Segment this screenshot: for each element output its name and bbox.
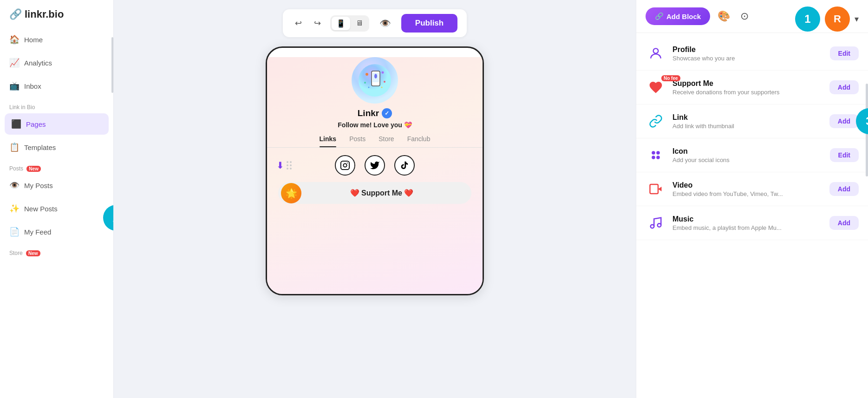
desktop-view-button[interactable]: 🖥	[351, 17, 368, 30]
sidebar-item-analytics-label: Analytics	[24, 59, 52, 67]
profile-block-info: Profile Showcase who you are	[672, 46, 823, 62]
svg-point-20	[651, 225, 654, 228]
phone-bio: Follow me! Love you 💝	[267, 121, 483, 129]
phone-inner: Linkr ✓ Follow me! Love you 💝 Links Post…	[267, 57, 483, 294]
templates-icon: 📋	[9, 142, 20, 152]
svg-point-11	[343, 163, 346, 167]
sidebar-scrollbar[interactable]	[111, 37, 113, 93]
step-1-badge[interactable]: 1	[795, 7, 820, 32]
svg-point-12	[347, 163, 348, 163]
verified-badge: ✓	[382, 108, 392, 118]
device-toggle-group: 📱 🖥	[330, 15, 369, 32]
analytics-icon: 📈	[9, 58, 20, 68]
download-icon: ⬇	[276, 160, 284, 171]
mobile-view-button[interactable]: 📱	[332, 17, 350, 30]
svg-point-9	[374, 74, 377, 78]
link-in-bio-label: Link in Bio	[0, 98, 113, 112]
phone-tab-store[interactable]: Store	[379, 135, 394, 146]
phone-tab-posts[interactable]: Posts	[349, 135, 365, 146]
support-me-label: ❤️ Support Me ❤️	[350, 189, 414, 197]
logo-text: linkr.bio	[25, 8, 64, 20]
add-block-icon: 🔗	[655, 12, 664, 20]
support-add-button[interactable]: Add	[829, 80, 859, 94]
profile-block-desc: Showcase who you are	[672, 55, 823, 62]
svg-point-6	[384, 81, 385, 83]
svg-point-16	[652, 156, 655, 159]
sidebar-item-pages-label: Pages	[26, 120, 46, 128]
sidebar-item-new-posts-label: New Posts	[24, 205, 58, 213]
phone-tab-fanclub[interactable]: Fanclub	[407, 135, 431, 146]
music-block-desc: Embed music, a playlist from Apple Mu...	[672, 224, 823, 231]
icon-block-icon	[646, 145, 666, 165]
add-block-button[interactable]: 🔗 Add Block	[646, 7, 710, 25]
svg-rect-18	[650, 184, 659, 194]
block-item-icon: Icon Add your social icons Edit	[636, 138, 868, 172]
undo-button[interactable]: ↩	[292, 16, 305, 30]
music-block-title: Music	[672, 215, 823, 223]
icon-edit-button[interactable]: Edit	[830, 148, 859, 162]
sidebar-item-inbox[interactable]: 📺 Inbox	[0, 74, 113, 98]
sidebar-item-templates[interactable]: 📋 Templates	[0, 136, 113, 159]
svg-point-3	[365, 73, 368, 76]
music-add-button[interactable]: Add	[829, 216, 859, 230]
twitter-icon[interactable]	[365, 155, 385, 176]
phone-social-icons: ⬇	[276, 155, 473, 176]
settings-circle-button[interactable]: ⊙	[737, 7, 751, 25]
link-add-button[interactable]: Add	[829, 114, 859, 128]
sidebar-item-my-posts-label: My Posts	[24, 182, 53, 189]
instagram-icon[interactable]	[335, 155, 355, 176]
svg-point-4	[382, 72, 384, 74]
main-area: ↩ ↪ 📱 🖥 👁️ Publish	[114, 0, 636, 398]
my-feed-icon: 📄	[9, 227, 20, 237]
video-add-button[interactable]: Add	[829, 182, 859, 196]
svg-point-13	[653, 48, 659, 53]
link-block-desc: Add link with thumbnail	[672, 123, 823, 130]
svg-rect-10	[341, 161, 349, 170]
music-block-icon	[646, 213, 666, 233]
chevron-down-button[interactable]: ▾	[855, 14, 859, 24]
preview-button[interactable]: 👁️	[376, 16, 395, 31]
music-block-info: Music Embed music, a playlist from Apple…	[672, 215, 823, 231]
posts-section-label: Posts New	[0, 159, 113, 174]
sidebar-item-home[interactable]: 🏠 Home	[0, 28, 113, 51]
svg-point-14	[652, 151, 655, 155]
phone-preview: Linkr ✓ Follow me! Love you 💝 Links Post…	[266, 46, 484, 295]
sidebar-item-my-posts[interactable]: 👁️ My Posts	[0, 174, 113, 197]
link-block-info: Link Add link with thumbnail	[672, 113, 823, 130]
sidebar-item-pages[interactable]: ⬛ Pages	[5, 113, 109, 135]
top-right-area: 1 R ▾	[795, 7, 859, 32]
link-block-icon	[646, 111, 666, 131]
support-me-button[interactable]: 🌟 ❤️ Support Me ❤️	[278, 182, 471, 204]
icon-block-desc: Add your social icons	[672, 157, 823, 163]
phone-tabs: Links Posts Store Fanclub	[267, 135, 483, 148]
video-block-desc: Embed video from YouTube, Vimeo, Tw...	[672, 190, 823, 197]
svg-point-7	[368, 87, 370, 88]
sidebar-item-new-posts[interactable]: ✨ New Posts	[0, 197, 113, 220]
toolbar: ↩ ↪ 📱 🖥 👁️ Publish	[283, 9, 467, 37]
profile-edit-button[interactable]: Edit	[830, 46, 859, 60]
sidebar-item-my-feed-label: My Feed	[24, 228, 51, 236]
phone-tab-links[interactable]: Links	[320, 135, 337, 146]
user-avatar[interactable]: R	[825, 7, 850, 32]
support-block-desc: Receive donations from your supporters	[672, 89, 823, 96]
sidebar-item-inbox-label: Inbox	[24, 82, 41, 90]
publish-button[interactable]: Publish	[401, 14, 457, 33]
redo-button[interactable]: ↪	[311, 16, 324, 30]
link-block-title: Link	[672, 113, 823, 122]
video-block-info: Video Embed video from YouTube, Vimeo, T…	[672, 181, 823, 197]
sidebar: 🔗 linkr.bio 🏠 Home 📈 Analytics 📺 Inbox L…	[0, 0, 114, 398]
svg-point-5	[364, 82, 366, 84]
sidebar-item-analytics[interactable]: 📈 Analytics	[0, 51, 113, 74]
step-3-badge: 3	[856, 108, 868, 134]
svg-point-17	[656, 156, 660, 159]
store-section-label: Store New	[0, 243, 113, 258]
inbox-icon: 📺	[9, 81, 20, 91]
sidebar-item-my-feed[interactable]: 📄 My Feed	[0, 220, 113, 243]
block-item-video: Video Embed video from YouTube, Vimeo, T…	[636, 172, 868, 206]
tiktok-icon[interactable]	[394, 155, 415, 176]
svg-point-8	[381, 87, 383, 88]
posts-new-badge: New	[26, 166, 41, 172]
palette-button[interactable]: 🎨	[715, 7, 733, 25]
no-fee-badge: No fee	[661, 75, 680, 81]
svg-point-15	[656, 151, 660, 155]
